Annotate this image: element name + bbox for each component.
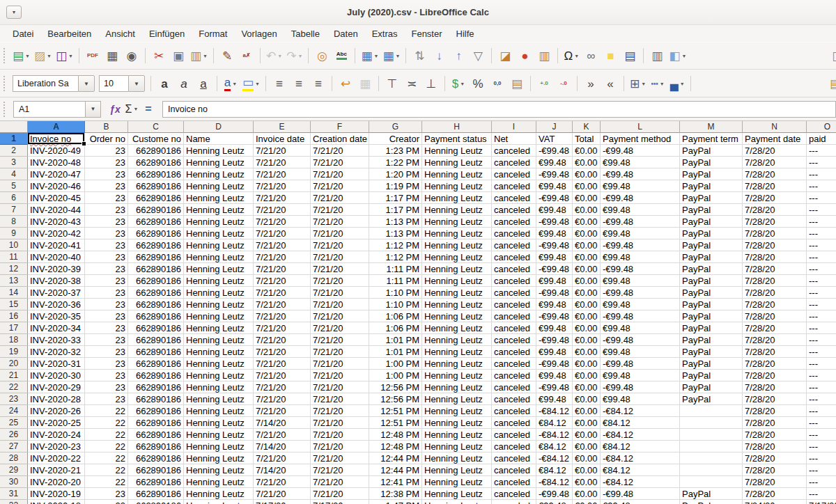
cell-G14[interactable]: 1:10 PM [369,287,422,299]
cell-K26[interactable]: €0.00 [573,429,601,441]
cell-H8[interactable]: Henning Leutz [422,216,492,228]
cell-N18[interactable]: 7/28/20 [743,334,807,346]
cell-L24[interactable]: -€84.12 [601,405,680,417]
cell-L14[interactable]: -€99.48 [601,287,680,299]
cell-F27[interactable]: 7/21/20 [311,441,369,452]
cell-A19[interactable]: INV-2020-32 [28,346,85,358]
cell-O27[interactable]: --- [807,441,836,452]
cell-M21[interactable]: PayPal [680,370,743,381]
row-header-13[interactable]: 13 [0,275,28,287]
cell-N27[interactable]: 7/28/20 [743,441,807,452]
cell-H23[interactable]: Henning Leutz [422,393,492,405]
cell-A14[interactable]: INV-2020-37 [28,287,85,299]
cell-C20[interactable]: 662890186 [128,358,184,370]
cell-F9[interactable]: 7/21/20 [311,228,369,239]
cell-O3[interactable]: --- [807,157,836,168]
cell-K22[interactable]: €0.00 [573,381,601,393]
add-decimal-icon[interactable]: +.0 [535,74,553,93]
font-size-dropdown[interactable]: ▼ [128,75,145,92]
cell-E5[interactable]: 7/21/20 [254,180,311,192]
cell-L13[interactable]: €99.48 [601,275,680,287]
cell-F14[interactable]: 7/21/20 [311,287,369,299]
cell-H3[interactable]: Henning Leutz [422,157,492,168]
cell-C32[interactable]: 662890186 [128,500,184,504]
cell-N16[interactable]: 7/28/20 [743,310,807,322]
cell-F21[interactable]: 7/21/20 [311,370,369,381]
row-header-20[interactable]: 20 [0,358,28,370]
cell-C12[interactable]: 662890186 [128,263,184,275]
freeze-panes-icon[interactable]: ◧▼ [667,47,688,65]
cell-D14[interactable]: Henning Leutz [184,287,254,299]
cell-O32[interactable]: 7/17/20 [807,500,836,504]
cell-O18[interactable]: --- [807,334,836,346]
cell-B13[interactable]: 23 [85,275,128,287]
cell-B8[interactable]: 23 [85,216,128,228]
cell-E26[interactable]: 7/21/20 [254,429,311,441]
cell-O14[interactable]: --- [807,287,836,299]
number-format-icon[interactable]: 0,0 [488,74,506,93]
cell-J30[interactable]: -€84.12 [536,476,573,488]
cell-N14[interactable]: 7/28/20 [743,287,807,299]
cell-M23[interactable]: PayPal [680,393,743,405]
cell-A9[interactable]: INV-2020-42 [28,228,85,239]
print-icon[interactable]: ▦ [103,47,121,65]
cell-J2[interactable]: -€99.48 [536,145,573,157]
cell-N28[interactable]: 7/28/20 [743,452,807,464]
cell-A21[interactable]: INV-2020-30 [28,370,85,381]
cell-G19[interactable]: 1:01 PM [369,346,422,358]
row-header-7[interactable]: 7 [0,204,28,216]
cell-F5[interactable]: 7/21/20 [311,180,369,192]
cell-D19[interactable]: Henning Leutz [184,346,254,358]
font-color-icon[interactable]: a▼ [222,74,240,93]
cell-G11[interactable]: 1:12 PM [369,251,422,263]
cell-I18[interactable]: canceled [492,334,536,346]
cell-L31[interactable]: -€99.48 [601,488,680,500]
cell-J20[interactable]: -€99.48 [536,358,573,370]
cell-B32[interactable]: 23 [85,500,128,504]
cell-O29[interactable]: --- [807,464,836,476]
cell-J22[interactable]: -€99.48 [536,381,573,393]
cell-B24[interactable]: 22 [85,405,128,417]
save-icon[interactable]: ◫▼ [54,47,75,65]
cell-K13[interactable]: €0.00 [573,275,601,287]
cell-L21[interactable]: €99.48 [601,370,680,381]
cell-A11[interactable]: INV-2020-40 [28,251,85,263]
name-box-dropdown[interactable]: ▼ [86,101,101,118]
col-header-O[interactable]: O [807,121,836,133]
insert-image-icon[interactable]: ◪ [496,47,514,65]
cell-G31[interactable]: 12:38 PM [369,488,422,500]
cell-D18[interactable]: Henning Leutz [184,334,254,346]
cell-H27[interactable]: Henning Leutz [422,441,492,452]
cell-H7[interactable]: Henning Leutz [422,204,492,216]
toolbar-grip[interactable] [3,102,7,117]
cell-I12[interactable]: canceled [492,263,536,275]
cell-N29[interactable]: 7/28/20 [743,464,807,476]
cell-K12[interactable]: €0.00 [573,263,601,275]
cell-K23[interactable]: €0.00 [573,393,601,405]
cell-H31[interactable]: Henning Leutz [422,488,492,500]
cell-L20[interactable]: -€99.48 [601,358,680,370]
cell-B17[interactable]: 23 [85,322,128,334]
open-icon[interactable]: ▨▼ [33,47,53,65]
cell-G23[interactable]: 12:56 PM [369,393,422,405]
cell-N6[interactable]: 7/28/20 [743,192,807,204]
cell-E30[interactable]: 7/21/20 [254,476,311,488]
cell-N9[interactable]: 7/28/20 [743,228,807,239]
cell-D29[interactable]: Henning Leutz [184,464,254,476]
cell-A4[interactable]: INV-2020-47 [28,168,85,180]
cell-F28[interactable]: 7/21/20 [311,452,369,464]
currency-format-icon[interactable]: $▼ [449,74,467,93]
cell-I2[interactable]: canceled [492,145,536,157]
cell-N21[interactable]: 7/28/20 [743,370,807,381]
row-header-26[interactable]: 26 [0,429,28,441]
cell-L11[interactable]: €99.48 [601,251,680,263]
cell-B31[interactable]: 23 [85,488,128,500]
cell-I22[interactable]: canceled [492,381,536,393]
cell-N25[interactable]: 7/28/20 [743,417,807,429]
row-header-1[interactable]: 1 [0,133,28,145]
row-header-19[interactable]: 19 [0,346,28,358]
cell-G18[interactable]: 1:01 PM [369,334,422,346]
border-color-icon[interactable]: ▄▼ [668,74,686,93]
cell-B3[interactable]: 23 [85,157,128,168]
cell-I17[interactable]: canceled [492,322,536,334]
